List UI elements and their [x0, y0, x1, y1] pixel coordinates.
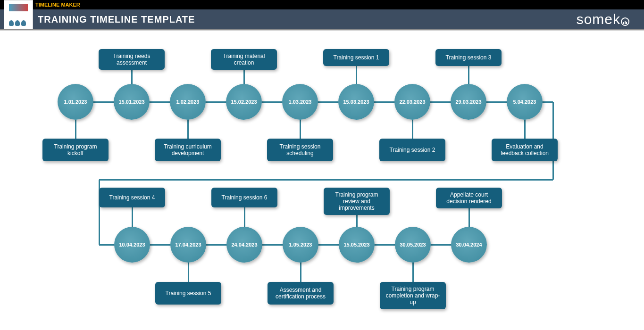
timeline-node: 24.04.2023: [226, 227, 262, 263]
timeline-node: 1.03.2023: [282, 84, 318, 120]
page-title: TRAINING TIMELINE TEMPLATE: [38, 14, 195, 25]
timeline-node: 17.04.2023: [170, 227, 206, 263]
timeline-node: 1.05.2023: [283, 227, 318, 263]
breadcrumb-bar: TIMELINE MAKER: [0, 0, 644, 9]
timeline-label: Training curriculum development: [155, 139, 221, 161]
brand-logo: somek: [577, 11, 630, 27]
timeline-node: 10.04.2023: [114, 227, 150, 263]
timeline-node: 15.02.2023: [226, 84, 262, 120]
timeline-node: 15.01.2023: [114, 84, 150, 120]
timeline-canvas: Training program kickoffTraining needs a…: [0, 31, 644, 328]
timeline-label: Training material creation: [211, 49, 277, 70]
timeline-label: Appellate court decision rendered: [436, 188, 502, 208]
timeline-label: Training session 4: [99, 188, 165, 207]
timeline-node: 15.03.2023: [338, 84, 374, 120]
timeline-label: Training session 3: [435, 49, 502, 66]
timeline-label: Training session 6: [211, 188, 277, 207]
timeline-label: Training program completion and wrap-up: [380, 282, 446, 309]
timeline-label: Evaluation and feedback collection: [492, 139, 558, 161]
timeline-label: Training session scheduling: [267, 139, 333, 161]
timeline-label: Assessment and certification process: [268, 282, 334, 305]
timeline-node: 29.03.2023: [451, 84, 486, 120]
timeline-label: Training needs assessment: [99, 49, 165, 70]
timeline-node: 15.05.2023: [339, 227, 375, 263]
breadcrumb-text: TIMELINE MAKER: [35, 2, 80, 8]
timeline-label: Training session 5: [155, 282, 221, 305]
timeline-node: 30.04.2024: [451, 227, 487, 263]
timeline-node: 5.04.2023: [507, 84, 543, 120]
timeline-label: Training session 2: [379, 139, 445, 161]
timeline-label: Training session 1: [323, 49, 389, 66]
timeline-label: Training program kickoff: [42, 139, 109, 161]
title-bar: TRAINING TIMELINE TEMPLATE somek: [0, 9, 644, 29]
header: TIMELINE MAKER TRAINING TIMELINE TEMPLAT…: [0, 0, 644, 31]
timeline-node: 1.01.2023: [58, 84, 93, 120]
timeline-node: 30.05.2023: [395, 227, 431, 263]
template-icon: [4, 0, 33, 29]
timeline-label: Training program review and improvements: [324, 188, 390, 215]
timeline-node: 1.02.2023: [170, 84, 206, 120]
timeline-node: 22.03.2023: [394, 84, 430, 120]
